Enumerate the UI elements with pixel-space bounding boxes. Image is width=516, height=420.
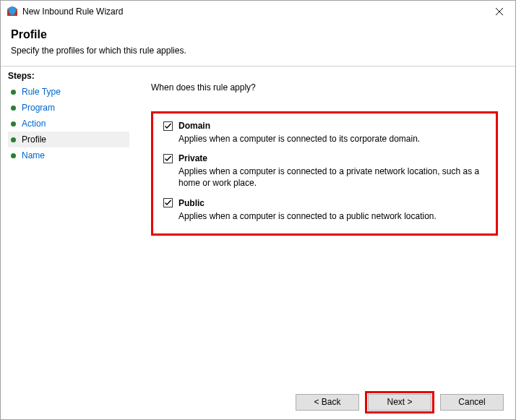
step-label: Rule Type — [22, 87, 61, 97]
wizard-content: When does this rule apply? Domain Applie… — [129, 67, 515, 385]
close-button[interactable] — [483, 1, 515, 22]
close-icon — [496, 8, 503, 15]
content-question: When does this rule apply? — [151, 82, 498, 93]
next-button[interactable]: Next > — [368, 394, 431, 411]
next-highlight-box: Next > — [365, 391, 434, 413]
step-label: Program — [22, 103, 55, 113]
window-title: New Inbound Rule Wizard — [22, 7, 483, 17]
checkmark-icon — [164, 155, 172, 163]
profile-domain-row: Domain Applies when a computer is connec… — [163, 121, 483, 145]
profiles-highlight-box: Domain Applies when a computer is connec… — [151, 111, 498, 236]
page-subtitle: Specify the profiles for which this rule… — [11, 46, 505, 56]
profile-private-row: Private Applies when a computer is conne… — [163, 153, 483, 189]
step-label: Name — [22, 150, 45, 160]
back-button[interactable]: < Back — [296, 394, 359, 411]
checkbox-public[interactable] — [163, 198, 173, 207]
steps-sidebar: Steps: Rule Type Program Action Profile … — [1, 67, 129, 385]
checkmark-icon — [164, 199, 172, 207]
step-label: Profile — [22, 134, 46, 145]
step-dot-icon — [11, 153, 16, 158]
step-name[interactable]: Name — [8, 147, 129, 163]
step-label: Action — [22, 119, 46, 129]
step-dot-icon — [11, 137, 16, 142]
wizard-footer: < Back Next > Cancel — [1, 385, 515, 419]
step-dot-icon — [11, 90, 16, 95]
profile-private-desc: Applies when a computer is connected to … — [179, 166, 483, 189]
wizard-window: New Inbound Rule Wizard Profile Specify … — [0, 0, 516, 420]
cancel-button[interactable]: Cancel — [440, 394, 504, 411]
wizard-main: Steps: Rule Type Program Action Profile … — [1, 67, 515, 385]
profile-domain-desc: Applies when a computer is connected to … — [179, 133, 483, 145]
steps-title: Steps: — [8, 71, 129, 81]
profile-private-head: Private — [163, 153, 483, 163]
profile-private-label: Private — [179, 153, 207, 163]
wizard-header: Profile Specify the profiles for which t… — [1, 22, 515, 66]
step-action[interactable]: Action — [8, 116, 129, 132]
titlebar: New Inbound Rule Wizard — [1, 1, 515, 22]
step-dot-icon — [11, 121, 16, 127]
step-rule-type[interactable]: Rule Type — [8, 84, 129, 100]
step-program[interactable]: Program — [8, 100, 129, 116]
profile-public-desc: Applies when a computer is connected to … — [179, 210, 483, 222]
profile-public-head: Public — [163, 198, 483, 208]
firewall-icon — [7, 6, 18, 17]
profile-domain-label: Domain — [179, 121, 210, 131]
step-dot-icon — [11, 106, 16, 111]
checkbox-domain[interactable] — [163, 121, 173, 131]
profile-public-row: Public Applies when a computer is connec… — [163, 198, 483, 222]
checkbox-private[interactable] — [163, 154, 173, 163]
profile-domain-head: Domain — [163, 121, 483, 131]
checkmark-icon — [164, 122, 172, 130]
page-title: Profile — [11, 28, 505, 41]
step-profile[interactable]: Profile — [8, 132, 129, 147]
profile-public-label: Public — [179, 198, 205, 208]
